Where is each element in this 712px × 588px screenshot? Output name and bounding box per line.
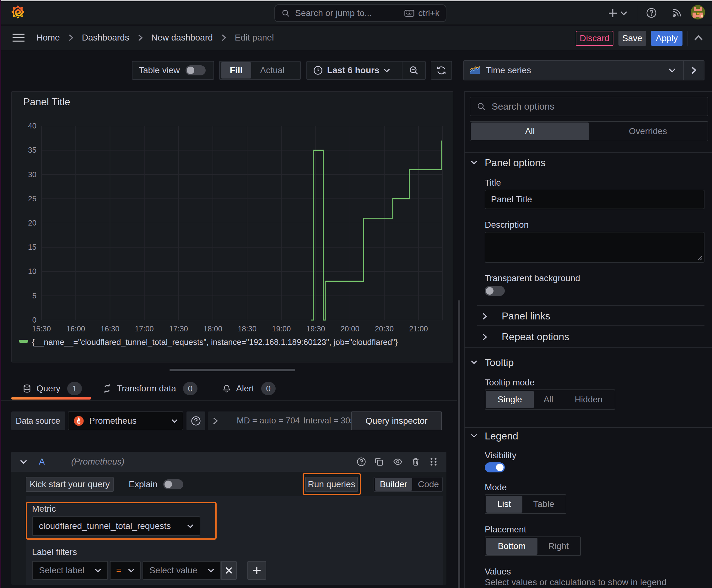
svg-text:35: 35 xyxy=(28,146,37,154)
svg-text:0: 0 xyxy=(33,316,37,324)
svg-text:10: 10 xyxy=(28,267,37,275)
svg-text:17:00: 17:00 xyxy=(135,324,154,333)
svg-text:18:00: 18:00 xyxy=(203,324,222,333)
svg-text:15: 15 xyxy=(28,243,37,251)
svg-text:40: 40 xyxy=(28,122,37,130)
svg-text:20: 20 xyxy=(28,218,37,227)
svg-text:18:30: 18:30 xyxy=(238,324,257,333)
svg-text:19:30: 19:30 xyxy=(306,324,325,333)
svg-text:{__name__="cloudflared_tunnel_: {__name__="cloudflared_tunnel_total_requ… xyxy=(32,337,398,347)
svg-text:25: 25 xyxy=(28,194,37,203)
svg-text:20:00: 20:00 xyxy=(341,324,360,333)
svg-text:20:30: 20:30 xyxy=(375,324,394,333)
svg-text:19:00: 19:00 xyxy=(272,324,291,333)
svg-text:15:30: 15:30 xyxy=(32,324,51,333)
svg-text:30: 30 xyxy=(28,170,37,179)
svg-text:5: 5 xyxy=(33,292,37,300)
svg-text:16:00: 16:00 xyxy=(66,324,85,333)
svg-text:16:30: 16:30 xyxy=(101,324,119,333)
svg-text:21:00: 21:00 xyxy=(409,324,428,333)
svg-text:17:30: 17:30 xyxy=(169,324,188,333)
